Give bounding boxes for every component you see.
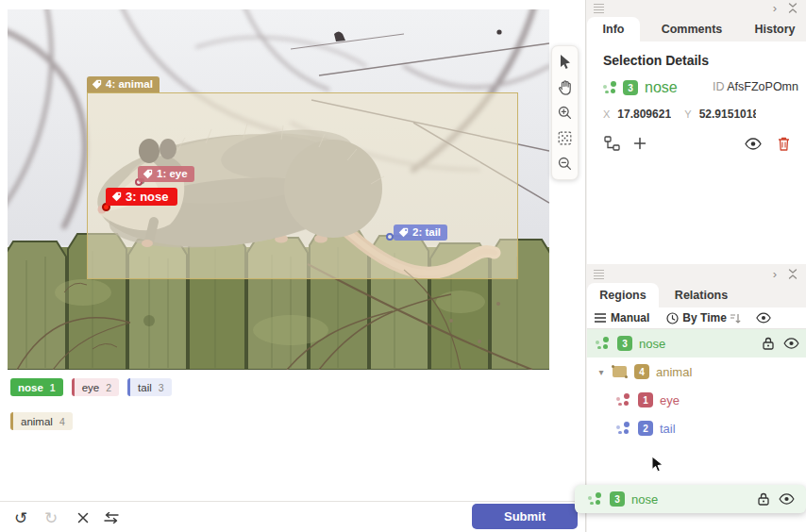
panel-grip-icon[interactable] (594, 4, 604, 13)
label-hotkey: 1 (50, 382, 56, 393)
eye-icon[interactable] (783, 338, 799, 349)
region-name: nose (639, 337, 665, 351)
region-name: tail (660, 422, 676, 436)
fit-screen-icon (558, 131, 572, 145)
cursor-arrow-icon (559, 55, 572, 70)
regions-panel-header[interactable]: › (587, 266, 806, 283)
rectangle-region-icon (613, 366, 627, 377)
region-row-tail[interactable]: 2 tail (587, 414, 806, 442)
zoom-out-button[interactable] (552, 151, 578, 176)
zoom-in-button[interactable] (552, 100, 578, 125)
region-label-animal[interactable]: 4: animal (87, 76, 160, 92)
sort-mode-button[interactable]: By Time (666, 311, 740, 324)
sidebar: › Info Comments History Selection Detail… (585, 0, 806, 532)
fit-screen-button[interactable] (552, 125, 578, 151)
submit-button[interactable]: Submit (472, 504, 578, 529)
region-row-animal[interactable]: ▾ 4 animal (587, 357, 806, 386)
select-tool-button[interactable] (552, 49, 578, 75)
keypoints-icon (603, 81, 617, 95)
id-value: AfsFZoPOmn (727, 80, 798, 93)
keypoints-icon (596, 337, 610, 351)
region-number-badge: 3 (617, 336, 632, 351)
keypoint-tail[interactable] (386, 233, 394, 241)
label-button-row: nose 1 eye 2 tail 3 (10, 378, 172, 396)
region-label-text: 2: tail (412, 226, 441, 239)
pan-tool-button[interactable] (552, 75, 578, 100)
panel-collapse-icon[interactable] (788, 3, 798, 13)
regions-panel-tabs: Regions Relations (587, 283, 806, 308)
tag-icon (111, 191, 122, 202)
toggle-visibility-button[interactable] (742, 132, 764, 155)
canvas-area: 4: animal 1: eye 3: nose 2: tail (0, 0, 585, 532)
region-label-tail[interactable]: 2: tail (394, 224, 447, 241)
region-action-bar (600, 132, 794, 155)
hamburger-icon (595, 313, 606, 323)
y-value: 52.9151018 (699, 108, 756, 121)
delete-region-button[interactable] (772, 132, 795, 155)
add-meta-button[interactable] (629, 132, 651, 155)
label-button-row: animal 4 (10, 412, 73, 430)
region-label-text: 4: animal (106, 78, 153, 91)
panel-collapse-icon[interactable] (788, 269, 798, 279)
region-label-eye[interactable]: 1: eye (138, 166, 194, 182)
redo-button[interactable]: ↻ (38, 502, 64, 532)
undo-button[interactable]: ↺ (8, 502, 34, 532)
swap-arrows-icon (104, 512, 119, 524)
x-icon (77, 512, 89, 524)
plus-icon (633, 137, 646, 150)
toggle-all-visibility-button[interactable] (756, 312, 771, 324)
label-button-eye[interactable]: eye 2 (72, 378, 119, 396)
region-number-badge: 1 (638, 392, 653, 407)
annotated-image[interactable]: 4: animal 1: eye 3: nose 2: tail (8, 9, 549, 370)
label-button-nose[interactable]: nose 1 (10, 378, 63, 396)
tab-comments[interactable]: Comments (640, 17, 744, 42)
info-panel: › Info Comments History Selection Detail… (587, 0, 806, 264)
hand-icon (558, 80, 572, 95)
zoom-out-icon (558, 157, 572, 171)
panel-expand-icon[interactable]: › (773, 267, 777, 282)
id-label: ID (713, 80, 725, 93)
region-row-eye[interactable]: 1 eye (587, 386, 806, 414)
tab-history[interactable]: History (744, 17, 806, 42)
group-mode-button[interactable]: Manual (595, 311, 649, 324)
tab-relations[interactable]: Relations (659, 283, 744, 308)
collapse-icon (788, 269, 798, 279)
create-relation-button[interactable] (600, 132, 623, 155)
eye-icon[interactable] (779, 493, 795, 505)
region-number-badge: 3 (623, 80, 638, 95)
reset-button[interactable] (70, 502, 96, 532)
x-value: 17.8096212 (617, 108, 671, 121)
panel-expand-icon[interactable]: › (773, 1, 777, 16)
group-mode-label: Manual (611, 311, 649, 324)
label-text: eye (82, 382, 100, 393)
keypoints-icon (616, 393, 630, 407)
lock-icon[interactable] (763, 337, 774, 350)
regions-toolbar: Manual By Time (587, 308, 806, 329)
relation-tool-button[interactable] (98, 502, 125, 532)
relation-icon (604, 136, 620, 151)
info-panel-header[interactable]: › (587, 0, 806, 17)
region-label-nose[interactable]: 3: nose (106, 188, 177, 206)
eye-icon (745, 138, 762, 150)
collapse-icon (788, 3, 798, 13)
clock-icon (666, 312, 679, 324)
region-row-nose[interactable]: 3 nose (587, 329, 806, 357)
info-panel-tabs: Info Comments History (587, 17, 806, 42)
panel-grip-icon[interactable] (594, 270, 604, 279)
region-number-badge: 4 (634, 364, 649, 379)
tab-regions[interactable]: Regions (587, 283, 659, 308)
tool-palette (551, 45, 579, 180)
label-button-animal[interactable]: animal 4 (10, 412, 73, 430)
label-button-tail[interactable]: tail 3 (127, 378, 172, 396)
expander-icon[interactable]: ▾ (595, 367, 608, 377)
tab-info[interactable]: Info (587, 17, 640, 42)
selection-details-heading: Selection Details (603, 53, 709, 68)
x-label: X (603, 108, 610, 121)
animal-bounding-box[interactable] (87, 92, 518, 279)
region-row-nose-dragging[interactable]: 3 nose (575, 485, 806, 513)
region-number-badge: 2 (638, 421, 653, 436)
coordinates-row: X 17.8096212 Y 52.9151018 (603, 108, 799, 121)
label-hotkey: 4 (59, 416, 65, 427)
region-label-text: 1: eye (157, 168, 188, 180)
lock-icon[interactable] (758, 492, 769, 506)
